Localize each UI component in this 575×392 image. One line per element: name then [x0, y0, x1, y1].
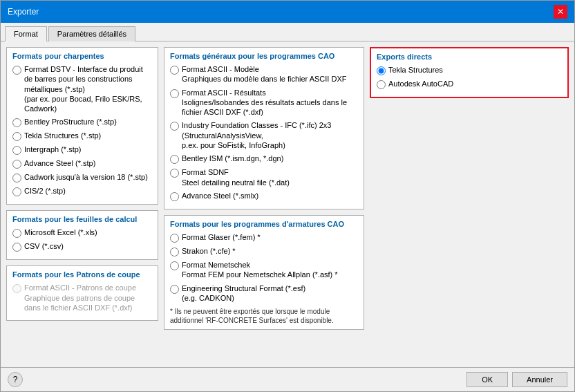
middle-column: Formats généraux pour les programmes CAO… [164, 47, 364, 362]
radio-cis2-label: CIS/2 (*.stp) [24, 186, 66, 196]
radio-autocad-label: Autodesk AutoCAD [388, 79, 453, 88]
radio-tekla-structures-input[interactable] [377, 66, 386, 75]
radio-ascii-modele-input[interactable] [170, 66, 179, 75]
group-patrons: Formats pour les Patrons de coupe Format… [6, 265, 158, 321]
radio-dstv-label: Format DSTV - Interface du produit de ba… [24, 64, 152, 113]
group-charpentes-title: Formats pour charpentes [12, 52, 152, 60]
radio-tekla-structures-label: Tekla Structures [388, 65, 443, 75]
radio-advance-steel-smlx-input[interactable] [170, 192, 179, 201]
radio-advance-steel-smlx-label: Advance Steel (*.smlx) [182, 191, 258, 200]
radio-nemetschek[interactable]: Format NemetschekFormat FEM pour Nemetsc… [170, 260, 358, 280]
radio-ascii-modele-label: Format ASCII - ModèleGraphiques du modèl… [182, 64, 346, 84]
group-feuilles: Formats pour les feuilles de calcul Micr… [6, 210, 158, 260]
radio-esf-label: Engineering Structural Format (*.esf)(e.… [182, 283, 305, 304]
radio-advance-steel-stp-label: Advance Steel (*.stp) [24, 158, 95, 168]
group-cao: Formats généraux pour les programmes CAO… [164, 47, 364, 209]
radio-ascii-resultats-label: Format ASCII - RésultatsIsolignes/Isoban… [182, 88, 358, 118]
window-title: Exporter [8, 7, 39, 17]
title-bar: Exporter ✕ [1, 1, 574, 23]
radio-bentley-label: Bentley ProStructure (*.stp) [24, 117, 117, 127]
tab-bar: Format Paramètres détaillés [1, 23, 574, 41]
help-button[interactable]: ? [8, 372, 23, 387]
radio-dstv[interactable]: Format DSTV - Interface du produit de ba… [12, 64, 152, 113]
close-button[interactable]: ✕ [554, 5, 567, 19]
radio-autocad[interactable]: Autodesk AutoCAD [377, 79, 562, 89]
radio-ascii-resultats-input[interactable] [170, 89, 179, 98]
radio-csv[interactable]: CSV (*.csv) [12, 241, 152, 252]
radio-bentley-ism[interactable]: Bentley ISM (*.ism.dgn, *.dgn) [170, 153, 358, 164]
radio-glaser-label: Format Glaser (*.fem) * [182, 232, 261, 242]
group-charpentes: Formats pour charpentes Format DSTV - In… [6, 47, 158, 205]
radio-csv-label: CSV (*.csv) [24, 241, 64, 251]
radio-tekla-stp-input[interactable] [12, 132, 21, 141]
radio-excel-input[interactable] [12, 229, 21, 238]
radio-tekla-structures[interactable]: Tekla Structures [377, 65, 562, 75]
radio-bentley-ism-label: Bentley ISM (*.ism.dgn, *.dgn) [182, 153, 283, 163]
radio-sdnf-label: Format SDNFSteel detailing neutral file … [182, 167, 290, 187]
radio-ascii-modele[interactable]: Format ASCII - ModèleGraphiques du modèl… [170, 64, 358, 84]
radio-ifc[interactable]: Industry Foundation Classes - IFC (*.ifc… [170, 120, 358, 150]
ok-button[interactable]: OK [466, 372, 508, 387]
radio-bentley-ism-input[interactable] [170, 155, 179, 164]
radio-ascii-patrons[interactable]: Format ASCII - Patrons de coupeGraphique… [12, 283, 152, 312]
radio-strakon-label: Strakon (*.cfe) * [182, 246, 236, 256]
radio-ifc-label: Industry Foundation Classes - IFC (*.ifc… [182, 120, 331, 150]
radio-ascii-resultats[interactable]: Format ASCII - RésultatsIsolignes/Isoban… [170, 88, 358, 118]
group-feuilles-title: Formats pour les feuilles de calcul [12, 215, 152, 223]
radio-cadwork[interactable]: Cadwork jusqu'à la version 18 (*.stp) [12, 172, 152, 183]
radio-ascii-patrons-input [12, 284, 21, 293]
main-content: Formats pour charpentes Format DSTV - In… [1, 41, 574, 367]
radio-esf[interactable]: Engineering Structural Format (*.esf)(e.… [170, 283, 358, 304]
radio-cis2[interactable]: CIS/2 (*.stp) [12, 186, 152, 196]
armatures-note: * Ils ne peuvent être exportés que lorsq… [170, 307, 358, 325]
right-column: Exports directs Tekla Structures Autodes… [370, 47, 569, 362]
radio-strakon[interactable]: Strakon (*.cfe) * [170, 246, 358, 256]
radio-intergraph-label: Intergraph (*.stp) [24, 144, 82, 154]
radio-nemetschek-input[interactable] [170, 261, 179, 270]
footer: ? OK Annuler [1, 367, 574, 391]
radio-sdnf[interactable]: Format SDNFSteel detailing neutral file … [170, 167, 358, 187]
radio-cadwork-input[interactable] [12, 174, 21, 183]
footer-buttons: OK Annuler [466, 372, 567, 387]
radio-cadwork-label: Cadwork jusqu'à la version 18 (*.stp) [24, 172, 148, 182]
group-armatures-title: Formats pour les programmes d'armatures … [170, 220, 358, 228]
radio-tekla-stp[interactable]: Tekla Structures (*.stp) [12, 131, 152, 141]
tab-format[interactable]: Format [5, 26, 47, 41]
group-patrons-title: Formats pour les Patrons de coupe [12, 270, 152, 279]
radio-excel[interactable]: Microsoft Excel (*.xls) [12, 227, 152, 238]
group-cao-title: Formats généraux pour les programmes CAO [170, 52, 358, 60]
radio-bentley-input[interactable] [12, 118, 21, 127]
exports-directs-title: Exports directs [377, 53, 562, 61]
exports-directs-group: Exports directs Tekla Structures Autodes… [370, 47, 569, 98]
radio-autocad-input[interactable] [377, 80, 386, 89]
tab-params[interactable]: Paramètres détaillés [48, 26, 135, 41]
radio-advance-steel-smlx[interactable]: Advance Steel (*.smlx) [170, 191, 358, 201]
radio-nemetschek-label: Format NemetschekFormat FEM pour Nemetsc… [182, 260, 338, 280]
radio-intergraph[interactable]: Intergraph (*.stp) [12, 144, 152, 155]
radio-dstv-input[interactable] [12, 66, 21, 75]
radio-strakon-input[interactable] [170, 248, 179, 256]
radio-ifc-input[interactable] [170, 122, 179, 131]
radio-glaser[interactable]: Format Glaser (*.fem) * [170, 232, 358, 243]
radio-bentley[interactable]: Bentley ProStructure (*.stp) [12, 117, 152, 127]
radio-cis2-input[interactable] [12, 187, 21, 196]
left-column: Formats pour charpentes Format DSTV - In… [6, 47, 158, 362]
radio-intergraph-input[interactable] [12, 146, 21, 155]
radio-tekla-stp-label: Tekla Structures (*.stp) [24, 131, 101, 140]
radio-sdnf-input[interactable] [170, 169, 179, 178]
radio-excel-label: Microsoft Excel (*.xls) [24, 227, 97, 237]
radio-advance-steel-stp-input[interactable] [12, 160, 21, 169]
radio-csv-input[interactable] [12, 243, 21, 252]
group-armatures: Formats pour les programmes d'armatures … [164, 215, 364, 330]
radio-esf-input[interactable] [170, 285, 179, 294]
radio-advance-steel-stp[interactable]: Advance Steel (*.stp) [12, 158, 152, 169]
exporter-window: Exporter ✕ Format Paramètres détaillés F… [0, 0, 575, 392]
radio-glaser-input[interactable] [170, 234, 179, 243]
radio-ascii-patrons-label: Format ASCII - Patrons de coupeGraphique… [24, 283, 152, 312]
cancel-button[interactable]: Annuler [512, 372, 567, 387]
